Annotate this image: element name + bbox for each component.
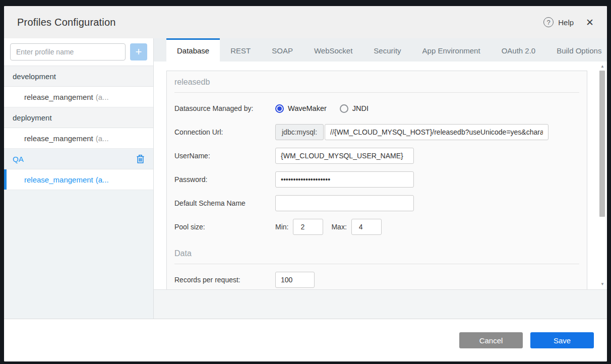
password-input[interactable] <box>275 171 414 188</box>
dialog-title: Profiles Configuration <box>17 17 116 28</box>
records-label: Records per request: <box>174 276 275 284</box>
dialog-body: + development release_mangement (a... de… <box>4 38 607 319</box>
sidebar-item-development[interactable]: development <box>4 66 153 87</box>
username-input[interactable] <box>275 148 414 164</box>
username-label: UserName: <box>174 152 275 160</box>
add-profile-button[interactable]: + <box>130 43 147 60</box>
profile-content: Database REST SOAP WebSocket Security Ap… <box>154 38 607 319</box>
cancel-button[interactable]: Cancel <box>459 332 523 348</box>
help-label: Help <box>558 18 574 27</box>
database-section-title: releasedb <box>174 71 579 92</box>
service-label: release_mangement <box>24 175 93 184</box>
pool-size-row: Pool size: Min: Max: <box>174 219 579 235</box>
help-icon: ? <box>543 17 554 27</box>
dialog-footer: Cancel Save <box>4 319 607 361</box>
tab-build-options[interactable]: Build Options <box>546 38 607 62</box>
tab-soap[interactable]: SOAP <box>261 38 303 62</box>
connection-url-row: Connection Url: jdbc:mysql: <box>174 124 579 140</box>
service-label: release_mangement <box>24 134 93 143</box>
sidebar-item-release-mangement-dev[interactable]: release_mangement (a... <box>4 87 153 107</box>
service-label-suffix: (a... <box>96 175 109 184</box>
records-input[interactable] <box>275 272 315 288</box>
delete-profile-button[interactable] <box>136 154 145 164</box>
sidebar-item-release-mangement-deploy[interactable]: release_mangement (a... <box>4 128 153 149</box>
connection-url-label: Connection Url: <box>174 128 275 136</box>
profiles-sidebar: + development release_mangement (a... de… <box>4 38 154 319</box>
sidebar-item-deployment[interactable]: deployment <box>4 107 153 128</box>
pool-max-input[interactable] <box>351 219 382 235</box>
radio-wavemaker-label[interactable]: WaveMaker <box>288 104 327 112</box>
connection-url-input[interactable] <box>325 124 548 140</box>
section-divider <box>174 264 579 264</box>
selected-indicator <box>4 169 7 190</box>
scroll-down-icon[interactable]: ▼ <box>598 280 606 288</box>
datasource-label: Datasource Managed by: <box>174 104 275 112</box>
schema-label: Default Schema Name <box>174 199 275 207</box>
records-row: Records per request: <box>174 272 579 288</box>
username-row: UserName: <box>174 148 579 164</box>
data-section-title: Data <box>174 242 579 264</box>
tab-security[interactable]: Security <box>363 38 411 62</box>
service-label: release_mangement <box>24 93 93 101</box>
password-row: Password: <box>174 171 579 188</box>
sidebar-item-release-mangement-qa[interactable]: release_mangement (a... <box>4 169 153 190</box>
header-actions: ? Help ✕ <box>543 17 594 27</box>
section-divider <box>174 92 579 93</box>
help-button[interactable]: ? Help <box>543 17 574 27</box>
profile-group-label: development <box>13 72 56 81</box>
trash-icon <box>136 154 145 164</box>
tab-oauth[interactable]: OAuth 2.0 <box>491 38 546 62</box>
service-label-suffix: (a... <box>96 93 109 101</box>
profile-name-input[interactable] <box>10 43 126 60</box>
service-tabs: Database REST SOAP WebSocket Security Ap… <box>154 38 607 62</box>
radio-jndi[interactable] <box>340 104 348 113</box>
dialog-header: Profiles Configuration ? Help ✕ <box>4 6 607 38</box>
schema-input[interactable] <box>275 195 414 211</box>
tab-rest[interactable]: REST <box>220 38 261 62</box>
password-label: Password: <box>174 175 275 184</box>
tab-content-filler <box>154 290 607 319</box>
tab-app-environment[interactable]: App Environment <box>412 38 491 62</box>
radio-wavemaker[interactable] <box>275 104 284 113</box>
pool-size-label: Pool size: <box>174 223 275 231</box>
scrollbar-thumb[interactable] <box>599 71 605 217</box>
pool-max-label: Max: <box>331 223 346 231</box>
profiles-configuration-dialog: Profiles Configuration ? Help ✕ + develo… <box>4 6 607 361</box>
pool-min-label: Min: <box>275 223 288 231</box>
database-tab-panel: releasedb Datasource Managed by: WaveMak… <box>154 62 607 290</box>
app-background: { "header": { "title": "Profiles Configu… <box>0 0 611 364</box>
save-button[interactable]: Save <box>530 332 594 348</box>
scroll-up-icon[interactable]: ▲ <box>598 63 606 71</box>
radio-jndi-label[interactable]: JNDI <box>352 104 369 112</box>
datasource-row: Datasource Managed by: WaveMaker JNDI <box>174 100 579 116</box>
tab-database[interactable]: Database <box>166 38 220 62</box>
tab-websocket[interactable]: WebSocket <box>303 38 363 62</box>
profile-group-label: deployment <box>13 113 52 122</box>
service-label-suffix: (a... <box>96 134 109 143</box>
schema-row: Default Schema Name <box>174 195 579 211</box>
profile-group-label: QA <box>13 155 24 163</box>
jdbc-prefix: jdbc:mysql: <box>275 124 324 140</box>
sidebar-item-qa[interactable]: QA <box>4 149 153 169</box>
vertical-scrollbar[interactable]: ▲ ▼ <box>598 62 606 289</box>
database-settings-panel: releasedb Datasource Managed by: WaveMak… <box>166 71 587 289</box>
pool-min-input[interactable] <box>293 219 323 235</box>
close-icon[interactable]: ✕ <box>586 18 594 27</box>
profile-create-row: + <box>4 38 153 66</box>
